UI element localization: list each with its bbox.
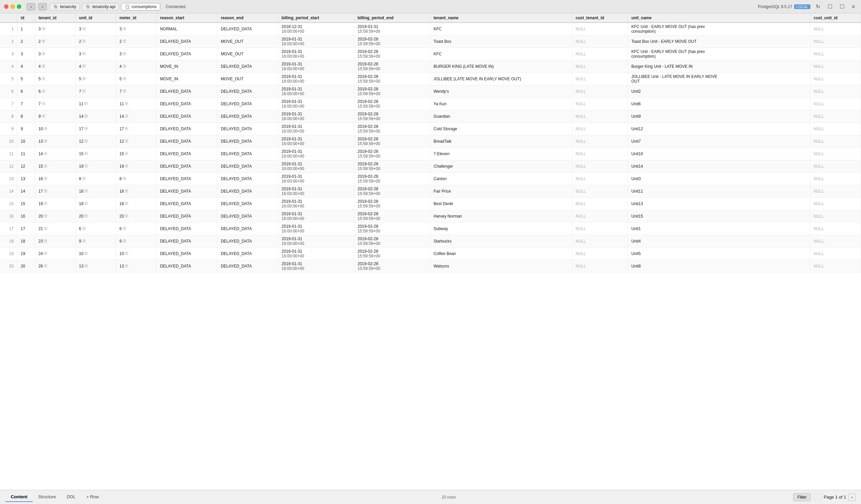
svg-rect-56 — [123, 77, 124, 78]
svg-rect-210 — [82, 241, 84, 242]
date-line1: 2019-01-31 — [358, 24, 378, 29]
table-row[interactable]: 101013 12 12 DELAYED_DATADELAYED_DATA201… — [0, 135, 861, 148]
col-header-billing_period_end[interactable]: billing_period_end — [354, 13, 430, 23]
table-row[interactable]: 333 3 3 DELAYED_DATAMOVE_OUT2019-01-3116… — [0, 48, 861, 60]
bottom-tab-ddl[interactable]: DDL — [62, 492, 81, 502]
cell-value: Toast Box Unit - EARLY MOVE OUT — [631, 39, 697, 44]
back-button[interactable]: ‹ — [27, 3, 36, 11]
date-line2: 16:00:00+00 — [282, 104, 304, 109]
table-row[interactable]: 555 5 5 MOVE_INMOVE_OUT2019-01-3116:00:0… — [0, 73, 861, 85]
table-row[interactable]: 666 7 7 DELAYED_DATADELAYED_DATA2019-01-… — [0, 85, 861, 98]
table-wrapper[interactable]: idtenant_idunit_idmeter_idreason_startre… — [0, 13, 861, 490]
cell-value: 6 — [39, 89, 41, 94]
forward-button[interactable]: › — [38, 3, 47, 11]
col-header-unit_id[interactable]: unit_id — [75, 13, 116, 23]
cell-billing_period_start: 2019-01-3116:00:00+00 — [278, 210, 354, 223]
cell-meter_id: 10 — [116, 248, 156, 260]
col-header-unit_name[interactable]: unit_name — [628, 13, 810, 23]
bottom-tab-structure[interactable]: Structure — [33, 492, 62, 502]
cell-value: DELAYED_DATA — [221, 27, 252, 31]
cell-value: 18 — [120, 201, 124, 206]
cell-billing_period_start: 2019-01-3116:00:00+00 — [278, 135, 354, 148]
col-header-reason_end[interactable]: reason_end — [217, 13, 278, 23]
date-line1: 2019-01-31 — [282, 249, 302, 254]
tab-consumptions[interactable]: 📋consumptions — [121, 3, 160, 11]
cell-reason_start: DELAYED_DATA — [156, 210, 217, 223]
table-row[interactable]: 889 14 14 DELAYED_DATADELAYED_DATA2019-0… — [0, 110, 861, 123]
date-line1: 2019-01-31 — [282, 74, 302, 79]
svg-rect-97 — [45, 127, 47, 128]
col-header-id[interactable]: id — [17, 13, 35, 23]
maximize-button[interactable] — [17, 4, 21, 9]
cell-value: DELAYED_DATA — [160, 114, 191, 119]
refresh-button[interactable]: ↻ — [814, 3, 822, 11]
date-line1: 2019-01-31 — [282, 137, 302, 141]
date-line1: 2018-12-31 — [282, 24, 302, 29]
next-page-button[interactable]: › — [848, 493, 856, 501]
col-header-tenant_name[interactable]: tenant_name — [430, 13, 572, 23]
table-row[interactable]: 222 2 2 DELAYED_DATAMOVE_OUT2019-01-3116… — [0, 36, 861, 48]
table-row[interactable]: 181823 9 9 DELAYED_DATADELAYED_DATA2019-… — [0, 235, 861, 248]
table-row[interactable]: 171721 6 6 DELAYED_DATADELAYED_DATA2019-… — [0, 223, 861, 235]
table-row[interactable]: 9910 17 17 DELAYED_DATADELAYED_DATA2019-… — [0, 123, 861, 135]
svg-rect-23 — [124, 41, 126, 42]
cell-value: 10 — [79, 251, 83, 256]
svg-rect-164 — [125, 189, 126, 191]
svg-rect-219 — [45, 253, 47, 255]
col-header-cust_unit_id[interactable]: cust_unit_id — [810, 13, 861, 23]
bottom-tab-content[interactable]: Content — [5, 492, 33, 502]
cell-tenant_id: 17 — [35, 185, 75, 198]
table-row[interactable]: 202026 13 13 DELAYED_DATADELAYED_DATA201… — [0, 260, 861, 273]
titlebar: ‹ › 🐘tenancity🐘tenancity-api📋consumption… — [0, 0, 861, 13]
date-line1: 2019-02-28 — [358, 62, 378, 66]
svg-rect-172 — [84, 202, 86, 203]
table-row[interactable]: 111114 15 15 DELAYED_DATADELAYED_DATA201… — [0, 148, 861, 160]
unit-line1: JOLLIBEE Unit - LATE MOVE IN EARLY MOVE — [631, 74, 717, 79]
prev-page-button[interactable]: ‹ — [814, 493, 821, 501]
cell-tenant_id: 6 — [35, 85, 75, 98]
layout3-button[interactable]: ≡ — [850, 3, 857, 11]
svg-rect-141 — [126, 164, 128, 166]
table-row[interactable]: 151519 18 18 DELAYED_DATADELAYED_DATA201… — [0, 198, 861, 210]
cell-tenant_id: 7 — [35, 98, 75, 110]
cell-id: 7 — [17, 98, 35, 110]
cell-unit_name: Unit11 — [628, 185, 810, 198]
svg-rect-226 — [125, 253, 126, 255]
cell-value: 10 — [20, 139, 25, 144]
tab-tenancity[interactable]: 🐘tenancity — [50, 3, 80, 11]
svg-rect-3 — [43, 29, 45, 30]
table-row[interactable]: 131316 8 8 DELAYED_DATADELAYED_DATA2019-… — [0, 173, 861, 185]
svg-rect-37 — [43, 65, 45, 66]
cell-unit_id: 4 — [75, 60, 116, 73]
tab-tenancity-api[interactable]: 🐘tenancity-api — [82, 3, 119, 11]
layout2-button[interactable]: ☐ — [838, 3, 847, 11]
cell-billing_period_end: 2019-02-2815:59:59+00 — [354, 98, 430, 110]
close-button[interactable] — [4, 4, 9, 9]
table-row[interactable]: 141417 16 16 DELAYED_DATADELAYED_DATA201… — [0, 185, 861, 198]
cell-reason_start: DELAYED_DATA — [156, 173, 217, 185]
table-row[interactable]: 777 11 11 DELAYED_DATADELAYED_DATA2019-0… — [0, 98, 861, 110]
table-row[interactable]: 191924 10 10 DELAYED_DATADELAYED_DATA201… — [0, 248, 861, 260]
filter-button[interactable]: Filter — [793, 493, 811, 501]
col-header-meter_id[interactable]: meter_id — [116, 13, 156, 23]
cell-unit_id: 5 — [75, 73, 116, 85]
table-row[interactable]: 161620 20 20 DELAYED_DATADELAYED_DATA201… — [0, 210, 861, 223]
col-header-tenant_id[interactable]: tenant_id — [35, 13, 75, 23]
date-line2: 16:00:00+00 — [282, 92, 304, 96]
table-row[interactable]: 113 3 3 NORMALDELAYED_DATA2018-12-3116:0… — [0, 23, 861, 36]
date-line2: 16:00:00+00 — [282, 241, 304, 246]
cell-unit_id: 15 — [75, 148, 116, 160]
col-header-billing_period_start[interactable]: billing_period_start — [278, 13, 354, 23]
cell-value: 20 — [39, 214, 43, 219]
date-line2: 15:59:59+00 — [358, 41, 380, 46]
layout1-button[interactable]: ☐ — [825, 3, 834, 11]
cell-value: 4 — [79, 64, 81, 69]
table-row[interactable]: 444 4 4 MOVE_INDELAYED_DATA2019-01-3116:… — [0, 60, 861, 73]
svg-rect-95 — [126, 116, 128, 118]
minimize-button[interactable] — [11, 4, 15, 9]
col-header-cust_tenant_id[interactable]: cust_tenant_id — [572, 13, 628, 23]
table-row[interactable]: 121215 19 19 DELAYED_DATADELAYED_DATA201… — [0, 160, 861, 173]
date-line1: 2019-02-28 — [358, 112, 378, 117]
col-header-reason_start[interactable]: reason_start — [156, 13, 217, 23]
bottom-tab-plusrow[interactable]: + Row — [81, 492, 104, 502]
